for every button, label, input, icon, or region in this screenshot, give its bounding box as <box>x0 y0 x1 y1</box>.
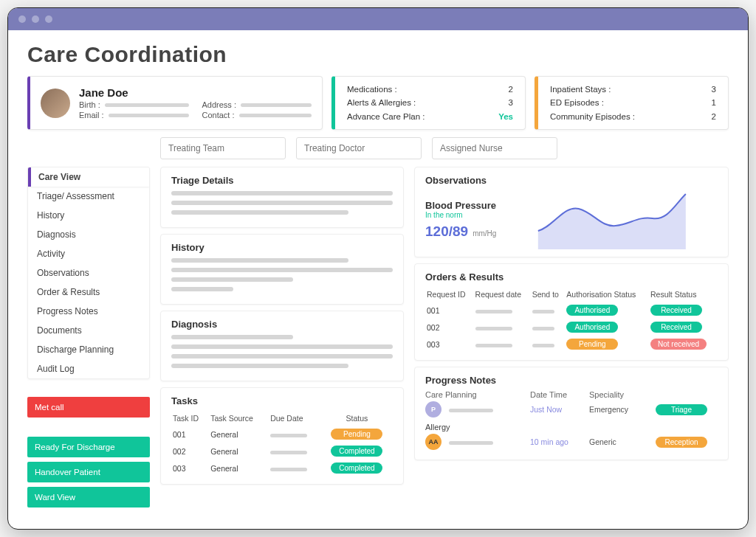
bp-status: In the norm <box>425 211 496 219</box>
progress-row[interactable]: AA 10 min ago Generic Reception <box>425 432 718 452</box>
treating-team-input[interactable] <box>160 137 286 159</box>
order-row[interactable]: 002AuthorisedReceived <box>425 319 718 336</box>
side-nav: Care View Triage/ Assessment History Dia… <box>27 167 150 379</box>
task-row[interactable]: 002GeneralCompleted <box>171 443 393 460</box>
app-window: Care Coordination Jane Doe Birth : Addre… <box>7 7 749 530</box>
history-section: History <box>160 234 404 305</box>
met-call-button[interactable]: Met call <box>27 397 150 418</box>
nav-diagnosis[interactable]: Diagnosis <box>28 225 149 244</box>
nav-activity[interactable]: Activity <box>28 244 149 263</box>
page-title: Care Coordination <box>27 42 729 67</box>
assigned-nurse-input[interactable] <box>432 137 557 159</box>
orders-table: Request ID Request date Send to Authoris… <box>425 287 718 353</box>
observations-section: Observations Blood Pressure In the norm … <box>414 167 729 257</box>
progress-section: Progress Notes Care Planning Date Time S… <box>414 367 729 460</box>
nav-audit[interactable]: Audit Log <box>28 359 149 378</box>
task-row[interactable]: 001GeneralPending <box>171 426 393 443</box>
window-dot <box>45 15 52 23</box>
progress-row[interactable]: P Just Now Emergency Triage <box>425 399 718 420</box>
medications-card: Medications :2 Alerts & Allergies :3 Adv… <box>331 76 526 130</box>
note-avatar-icon: AA <box>425 434 441 450</box>
avatar <box>41 89 70 118</box>
triage-section: Triage Details <box>160 167 404 228</box>
ward-view-button[interactable]: Ward View <box>27 487 150 507</box>
tasks-table: Task ID Task Source Due Date Status 001G… <box>171 411 393 477</box>
nav-orders[interactable]: Order & Results <box>28 283 149 302</box>
diagnosis-section: Diagnosis <box>160 311 404 381</box>
patient-name: Jane Doe <box>79 86 312 99</box>
nav-progress[interactable]: Progress Notes <box>28 302 149 321</box>
handover-button[interactable]: Handover Patient <box>27 462 150 482</box>
tasks-section: Tasks Task ID Task Source Due Date Statu… <box>160 387 404 485</box>
contact-label: Contact : <box>202 111 235 119</box>
task-row[interactable]: 003GeneralCompleted <box>171 460 393 477</box>
patient-card: Jane Doe Birth : Address : Email : Conta… <box>27 76 323 130</box>
nav-history[interactable]: History <box>28 206 149 225</box>
treating-doctor-input[interactable] <box>296 137 422 159</box>
nav-documents[interactable]: Documents <box>28 321 149 340</box>
birth-label: Birth : <box>79 100 100 109</box>
order-row[interactable]: 003PendingNot received <box>425 336 718 353</box>
bp-value: 120/89 <box>425 224 468 239</box>
episodes-card: Inpatient Stays :3 ED Episodes :1 Commun… <box>535 76 729 130</box>
nav-observations[interactable]: Observations <box>28 263 149 283</box>
window-dot <box>18 15 26 23</box>
address-label: Address : <box>202 100 236 109</box>
bp-chart <box>506 190 718 249</box>
bp-label: Blood Pressure <box>425 200 496 211</box>
window-dot <box>32 15 39 23</box>
titlebar <box>8 8 748 30</box>
email-label: Email : <box>79 111 104 119</box>
nav-care-view[interactable]: Care View <box>28 167 149 187</box>
order-row[interactable]: 001AuthorisedReceived <box>425 302 718 319</box>
orders-section: Orders & Results Request ID Request date… <box>414 263 729 361</box>
note-avatar-icon: P <box>425 401 441 418</box>
nav-discharge[interactable]: Discharge Planning <box>28 340 149 359</box>
nav-triage[interactable]: Triage/ Assessment <box>28 187 149 206</box>
ready-discharge-button[interactable]: Ready For Discharge <box>27 437 150 457</box>
